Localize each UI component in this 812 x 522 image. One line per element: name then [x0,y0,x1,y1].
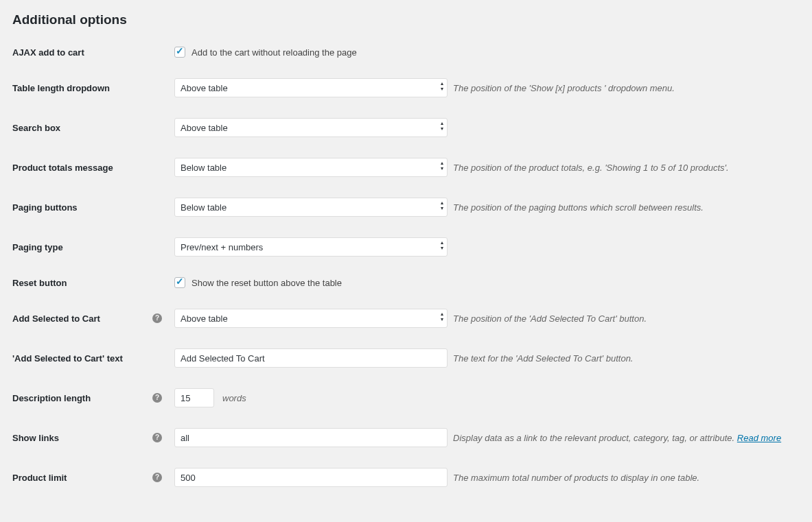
search-box-select[interactable]: Above table [174,118,448,137]
product-limit-label: Product limit [12,473,174,483]
add-selected-to-cart-label: Add Selected to Cart [12,313,174,324]
add-selected-to-cart-row: Add Selected to Cart Above table ▴▾ The … [12,309,800,328]
description-length-row: Description length words [12,388,800,407]
product-totals-message-row: Product totals message Below table ▴▾ Th… [12,158,800,177]
reset-button-checkbox-label: Show the reset button above the table [192,278,342,288]
table-length-dropdown-label: Table length dropdown [12,83,174,93]
product-limit-input[interactable] [174,468,448,487]
ajax-add-to-cart-row: AJAX add to cart Add to the cart without… [12,47,800,58]
show-links-description: Display data as a link to the relevant p… [453,433,781,443]
description-length-suffix: words [222,393,246,403]
add-selected-to-cart-text-label: 'Add Selected to Cart' text [12,353,174,364]
product-totals-message-select[interactable]: Below table [174,158,448,177]
help-icon[interactable] [152,313,162,323]
paging-type-label: Paging type [12,242,174,252]
show-links-row: Show links Display data as a link to the… [12,428,800,447]
paging-type-row: Paging type Prev/next + numbers ▴▾ [12,237,800,257]
add-selected-to-cart-text-input[interactable] [174,348,448,368]
add-selected-to-cart-select[interactable]: Above table [174,309,448,328]
search-box-row: Search box Above table ▴▾ [12,118,800,137]
add-selected-to-cart-text-description: The text for the 'Add Selected To Cart' … [453,353,633,364]
reset-button-row: Reset button Show the reset button above… [12,277,800,288]
add-selected-to-cart-description: The position of the 'Add Selected To Car… [453,313,647,324]
paging-buttons-description: The position of the paging buttons which… [453,202,704,213]
description-length-input[interactable] [174,388,214,407]
ajax-add-to-cart-label: AJAX add to cart [12,47,174,58]
table-length-dropdown-row: Table length dropdown Above table ▴▾ The… [12,78,800,97]
paging-buttons-label: Paging buttons [12,202,174,213]
table-length-dropdown-description: The position of the 'Show [x] products '… [453,83,675,93]
ajax-add-to-cart-checkbox[interactable] [174,47,185,58]
help-icon[interactable] [152,393,162,403]
section-heading: Additional options [12,12,800,27]
read-more-link[interactable]: Read more [737,433,781,443]
show-links-input[interactable] [174,428,448,447]
reset-button-checkbox[interactable] [174,277,185,288]
product-limit-row: Product limit The maximum total number o… [12,468,800,487]
help-icon[interactable] [152,433,162,442]
paging-buttons-row: Paging buttons Below table ▴▾ The positi… [12,198,800,217]
reset-button-label: Reset button [12,278,174,288]
paging-buttons-select[interactable]: Below table [174,198,448,217]
ajax-add-to-cart-checkbox-label: Add to the cart without reloading the pa… [192,47,357,58]
product-totals-message-label: Product totals message [12,163,174,173]
search-box-label: Search box [12,123,174,133]
product-totals-message-description: The position of the product totals, e.g.… [453,163,729,173]
add-selected-to-cart-text-row: 'Add Selected to Cart' text The text for… [12,348,800,368]
show-links-label: Show links [12,433,174,443]
description-length-label: Description length [12,393,174,403]
paging-type-select[interactable]: Prev/next + numbers [174,237,448,257]
product-limit-description: The maximum total number of products to … [453,473,699,483]
help-icon[interactable] [152,473,162,482]
table-length-dropdown-select[interactable]: Above table [174,78,448,97]
